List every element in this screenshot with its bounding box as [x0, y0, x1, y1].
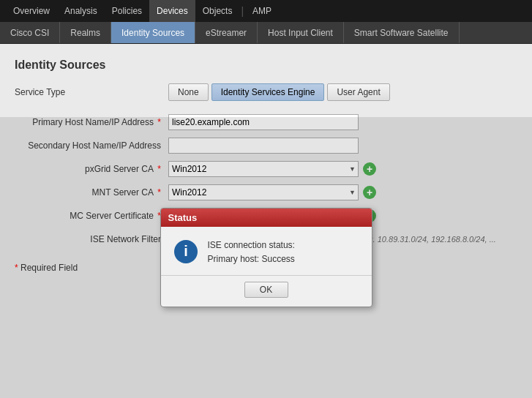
nav-objects[interactable]: Objects [195, 0, 240, 22]
service-buttons: None Identity Services Engine User Agent [168, 83, 390, 101]
svg-text:i: i [184, 243, 188, 259]
tab-smart-software-satellite[interactable]: Smart Software Satellite [344, 22, 460, 43]
service-btn-user-agent[interactable]: User Agent [327, 83, 389, 101]
top-nav: Overview Analysis Policies Devices Objec… [0, 0, 532, 22]
nav-analysis[interactable]: Analysis [57, 0, 105, 22]
status-line1: ISE connection status: [208, 239, 295, 252]
nav-devices[interactable]: Devices [149, 0, 195, 22]
tab-cisco-csi[interactable]: Cisco CSI [0, 22, 60, 43]
service-type-label: Service Type [15, 87, 168, 97]
tab-bar: Cisco CSI Realms Identity Sources eStrea… [0, 22, 532, 44]
nav-overview[interactable]: Overview [6, 0, 57, 22]
ok-button[interactable]: OK [244, 282, 288, 298]
popup-title: Status [161, 209, 372, 227]
tab-realms[interactable]: Realms [60, 22, 111, 43]
nav-amp[interactable]: AMP [245, 0, 279, 22]
popup-text: ISE connection status: Primary host: Suc… [208, 239, 295, 266]
status-line2: Primary host: Success [208, 252, 295, 266]
info-icon: i [173, 239, 199, 265]
service-btn-ise[interactable]: Identity Services Engine [211, 83, 325, 101]
tab-identity-sources[interactable]: Identity Sources [111, 22, 195, 43]
service-type-row: Service Type None Identity Services Engi… [15, 83, 517, 101]
service-btn-none[interactable]: None [168, 83, 209, 101]
nav-divider: | [241, 5, 244, 17]
popup-footer: OK [161, 275, 372, 307]
popup-overlay: Status i ISE connection status: Primary … [0, 117, 532, 398]
tab-estreamer[interactable]: eStreamer [195, 22, 258, 43]
tab-host-input-client[interactable]: Host Input Client [258, 22, 344, 43]
status-popup: Status i ISE connection status: Primary … [160, 208, 372, 307]
nav-policies[interactable]: Policies [105, 0, 149, 22]
page-title: Identity Sources [15, 59, 517, 72]
content-area: Identity Sources Service Type None Ident… [0, 44, 532, 398]
popup-body: i ISE connection status: Primary host: S… [161, 227, 372, 275]
